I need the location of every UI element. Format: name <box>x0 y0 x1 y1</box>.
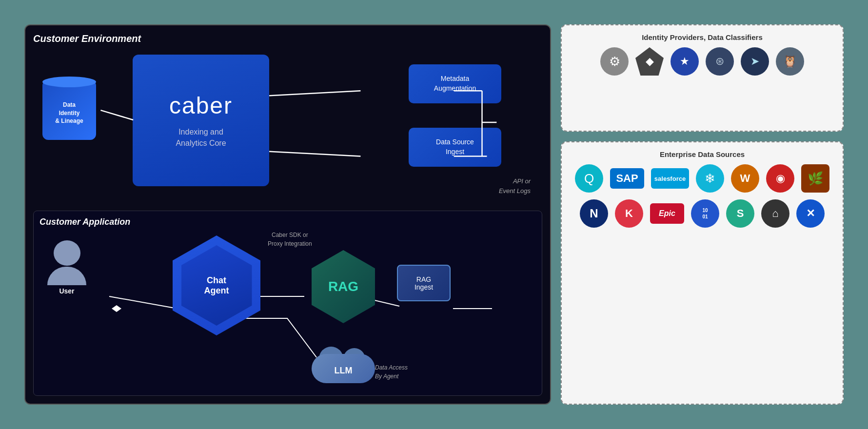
svg-marker-10 <box>112 305 121 312</box>
owl-icon: 🦉 <box>776 47 804 76</box>
send-icon: ➤ <box>741 47 769 76</box>
enterprise-icons-grid: Q SAP salesforce ❄ W ◉ 🌿 N K Epic 1001 S… <box>570 164 835 228</box>
caber-subtitle-text: Indexing andAnalytics Core <box>176 127 226 149</box>
chat-agent-inner-hex: ChatAgent <box>181 245 252 326</box>
sdk-proxy-label: Caber SDK or Proxy Integration <box>268 231 312 248</box>
identity-providers-title: Identity Providers, Data Classifiers <box>570 33 835 41</box>
metadata-label: MetadataAugmentation <box>434 74 476 93</box>
redis-icon: ◉ <box>766 164 794 193</box>
chat-agent-hex-shape: ChatAgent <box>173 235 260 335</box>
star-shield-icon: ★ <box>671 47 699 76</box>
n-brand-icon: N <box>580 199 608 228</box>
binary-icon: 1001 <box>691 199 719 228</box>
diagram-wrapper: Customer Environment <box>24 24 844 405</box>
s-brand-icon: S <box>726 199 754 228</box>
user-label: User <box>59 287 74 295</box>
epic-icon: Epic <box>650 203 684 224</box>
customer-application-box: Customer Application <box>33 211 542 396</box>
snowflake-icon: ❄ <box>696 164 724 193</box>
cylinder-top <box>42 77 96 87</box>
workday-icon: W <box>731 164 759 193</box>
identity-providers-panel: Identity Providers, Data Classifiers ⚙ ◆… <box>561 24 844 132</box>
confluence-icon: ✕ <box>796 199 825 228</box>
customer-env-label: Customer Environment <box>33 33 542 44</box>
right-panels: Identity Providers, Data Classifiers ⚙ ◆… <box>561 24 844 405</box>
cylinder-content: Data Identity & Lineage <box>55 96 83 125</box>
llm-cloud-shape: LLM <box>312 344 375 383</box>
svg-line-1 <box>269 91 360 96</box>
sap-icon: SAP <box>610 168 644 189</box>
fingerprint-icon: ⊛ <box>706 47 734 76</box>
llm-section: LLM <box>312 344 375 383</box>
llm-label: LLM <box>312 366 375 376</box>
data-access-label: Data Access By Agent <box>375 363 408 381</box>
datasource-label: Data SourceIngest <box>436 137 474 156</box>
user-section: User <box>47 240 86 295</box>
diamond-icon: ◆ <box>635 47 664 76</box>
rag-label: RAG <box>328 279 358 294</box>
chat-agent-hex-outer: ChatAgent <box>173 235 260 335</box>
rag-box: RAG <box>312 250 375 323</box>
caber-indexing-box: caber Indexing andAnalytics Core <box>133 55 269 186</box>
k-brand-icon: K <box>615 199 643 228</box>
caber-logo-text: caber <box>169 92 233 119</box>
rag-ingest-box: RAGIngest <box>397 265 451 301</box>
svg-line-7 <box>109 296 178 309</box>
github-icon: ⌂ <box>761 199 789 228</box>
user-shoulders <box>47 267 86 285</box>
rag-ingest-label: RAGIngest <box>414 275 433 291</box>
okta-icon: ⚙ <box>600 47 629 76</box>
enterprise-sources-title: Enterprise Data Sources <box>570 150 835 158</box>
customer-environment-wrapper: Customer Environment <box>24 24 551 405</box>
svg-line-2 <box>269 152 360 156</box>
mongodb-icon: 🌿 <box>801 164 829 193</box>
data-source-ingest-box: Data SourceIngest <box>409 128 501 167</box>
svg-line-0 <box>100 110 133 120</box>
quickbase-icon: Q <box>575 164 603 193</box>
salesforce-icon: salesforce <box>651 168 689 189</box>
data-identity-cylinder: Data Identity & Lineage <box>40 74 99 147</box>
customer-app-label: Customer Application <box>39 217 536 227</box>
user-head <box>54 240 80 266</box>
customer-environment-box: Customer Environment <box>24 24 551 405</box>
chat-agent-section: ChatAgent <box>173 235 260 335</box>
cylinder-body: Data Identity & Lineage <box>42 81 96 140</box>
chat-agent-label: ChatAgent <box>204 275 229 296</box>
api-event-logs-label: API or Event Logs <box>499 176 531 195</box>
enterprise-datasources-panel: Enterprise Data Sources Q SAP salesforce… <box>561 141 844 405</box>
metadata-augmentation-box: MetadataAugmentation <box>409 64 501 103</box>
identity-providers-icons: ⚙ ◆ ★ ⊛ ➤ 🦉 <box>570 47 835 76</box>
